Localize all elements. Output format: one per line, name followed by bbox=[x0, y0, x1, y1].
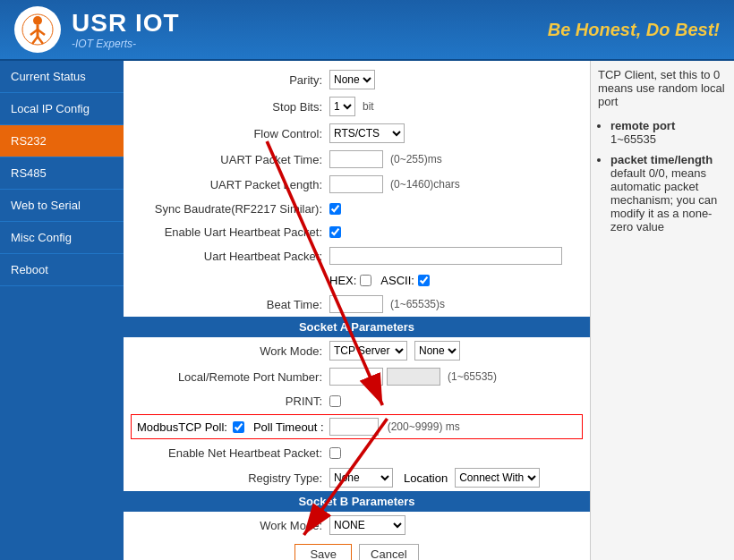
parity-select[interactable]: None Odd Even bbox=[329, 70, 375, 89]
enable-net-hb-label: Enable Net Heartbeat Packet: bbox=[124, 446, 329, 460]
sync-baud-label: Sync Baudrate(RF2217 Similar): bbox=[124, 202, 329, 216]
svg-line-4 bbox=[32, 37, 38, 44]
uart-packet-length-input[interactable]: 0 bbox=[329, 175, 383, 193]
print-checkbox[interactable] bbox=[329, 395, 341, 407]
header-title: USR IOT -IOT Experts- bbox=[72, 9, 180, 50]
sidebar-item-web-to-serial[interactable]: Web to Serial bbox=[0, 190, 124, 222]
main-content: Parity: None Odd Even Stop Bits: 1 2 bbox=[124, 61, 591, 560]
uart-packet-time-input[interactable]: 0 bbox=[329, 150, 383, 168]
parity-control: None Odd Even bbox=[329, 70, 375, 89]
hex-ascii-control: HEX: ASCII: bbox=[329, 274, 430, 287]
main-layout: Current Status Local IP Config RS232 RS4… bbox=[0, 61, 734, 560]
work-mode-select[interactable]: TCP Server TCP Client UDP Server UDP Cli… bbox=[329, 341, 407, 361]
uart-packet-length-control: 0 (0~1460)chars bbox=[329, 175, 460, 193]
sidebar-item-rs485[interactable]: RS485 bbox=[0, 157, 124, 190]
logo-icon bbox=[21, 13, 54, 46]
print-control bbox=[329, 395, 341, 407]
header: USR IOT -IOT Experts- Be Honest, Do Best… bbox=[0, 0, 734, 61]
flowcontrol-select[interactable]: RTS/CTS None XON/XOFF bbox=[329, 123, 405, 143]
hex-ascii-row: HEX: ASCII: bbox=[124, 268, 590, 292]
modbus-tcp-poll-row: ModbusTCP Poll: Poll Timeout : 200 (200~… bbox=[131, 414, 583, 439]
uart-hb-control: www.usr.cn bbox=[329, 247, 562, 265]
flowcontrol-control: RTS/CTS None XON/XOFF bbox=[329, 123, 405, 143]
uart-hb-input[interactable]: www.usr.cn bbox=[329, 247, 562, 265]
port-number-input[interactable]: 23 bbox=[329, 368, 383, 386]
beat-time-row: Beat Time: 30 (1~65535)s bbox=[124, 292, 590, 317]
sidebar-item-rs232[interactable]: RS232 bbox=[0, 125, 124, 157]
enable-uart-hb-row: Enable Uart Heartbeat Packet: bbox=[124, 220, 590, 243]
help-item-packet: packet time/lengthdefault 0/0, means aut… bbox=[610, 153, 727, 233]
modbus-tcp-poll-label: ModbusTCP Poll: bbox=[137, 420, 227, 434]
uart-packet-time-control: 0 (0~255)ms bbox=[329, 150, 442, 168]
sidebar-item-reboot[interactable]: Reboot bbox=[0, 254, 124, 286]
location-select[interactable]: Connect With Always bbox=[455, 468, 540, 488]
uart-packet-time-label: UART Packet Time: bbox=[124, 153, 329, 166]
work-mode-select2[interactable]: None SSL bbox=[414, 341, 460, 361]
content-container: Parity: None Odd Even Stop Bits: 1 2 bbox=[124, 61, 734, 560]
poll-timeout-hint: (200~9999) ms bbox=[388, 420, 460, 433]
uart-packet-time-row: UART Packet Time: 0 (0~255)ms bbox=[124, 147, 590, 172]
save-button[interactable]: Save bbox=[294, 544, 352, 560]
ascii-label: ASCII: bbox=[380, 274, 414, 287]
enable-net-hb-row: Enable Net Heartbeat Packet: bbox=[124, 441, 590, 464]
enable-uart-hb-control bbox=[329, 226, 341, 238]
stopbits-control: 1 2 bit bbox=[329, 97, 374, 116]
print-row: PRINT: bbox=[124, 389, 590, 412]
registry-type-control: None Standard Location Connect With Alwa… bbox=[329, 468, 540, 488]
enable-net-hb-checkbox[interactable] bbox=[329, 447, 341, 459]
work-mode-label: Work Mode: bbox=[124, 344, 329, 358]
cancel-button[interactable]: Cancel bbox=[359, 544, 418, 560]
beat-time-input[interactable]: 30 bbox=[329, 295, 383, 313]
flowcontrol-row: Flow Control: RTS/CTS None XON/XOFF bbox=[124, 120, 590, 147]
stopbits-label: Stop Bits: bbox=[124, 100, 329, 114]
sidebar-item-misc-config[interactable]: Misc Config bbox=[0, 222, 124, 254]
app-subtitle: -IOT Experts- bbox=[72, 38, 180, 50]
sync-baud-control bbox=[329, 203, 341, 215]
uart-packet-length-hint: (0~1460)chars bbox=[390, 178, 460, 191]
help-list: remote port1~65535 packet time/lengthdef… bbox=[598, 119, 727, 233]
uart-packet-length-label: UART Packet Length: bbox=[124, 178, 329, 191]
port-number-placeholder-input[interactable]: 23 bbox=[387, 368, 440, 386]
socket-b-work-mode-select[interactable]: NONE TCP Server TCP Client bbox=[329, 515, 405, 535]
sync-baud-checkbox[interactable] bbox=[329, 203, 341, 215]
uart-packet-length-row: UART Packet Length: 0 (0~1460)chars bbox=[124, 172, 590, 197]
hex-checkbox[interactable] bbox=[360, 275, 371, 286]
sidebar-item-local-ip-config[interactable]: Local IP Config bbox=[0, 93, 124, 125]
parity-label: Parity: bbox=[124, 73, 329, 87]
registry-type-label: Registry Type: bbox=[124, 471, 329, 485]
help-panel: TCP Client, set this to 0 means use rand… bbox=[591, 61, 734, 560]
work-mode-row: Work Mode: TCP Server TCP Client UDP Ser… bbox=[124, 337, 590, 364]
stopbits-select[interactable]: 1 2 bbox=[329, 97, 355, 116]
port-number-label: Local/Remote Port Number: bbox=[124, 370, 329, 384]
uart-hb-label: Uart Heartbeat Packet: bbox=[124, 250, 329, 263]
help-item-remote-port: remote port1~65535 bbox=[610, 119, 727, 146]
port-number-control: 23 23 (1~65535) bbox=[329, 368, 497, 386]
beat-time-hint: (1~65535)s bbox=[390, 298, 445, 310]
modbus-tcp-poll-checkbox[interactable] bbox=[233, 421, 244, 433]
stopbits-row: Stop Bits: 1 2 bit bbox=[124, 93, 590, 120]
parity-row: Parity: None Odd Even bbox=[124, 66, 590, 93]
location-label: Location bbox=[404, 471, 448, 485]
sidebar: Current Status Local IP Config RS232 RS4… bbox=[0, 61, 124, 560]
socket-a-header: Socket A Parameters bbox=[124, 317, 590, 337]
port-number-row: Local/Remote Port Number: 23 23 (1~65535… bbox=[124, 364, 590, 389]
sidebar-item-current-status[interactable]: Current Status bbox=[0, 61, 124, 93]
stopbits-unit: bit bbox=[363, 100, 374, 113]
uart-hb-row: Uart Heartbeat Packet: www.usr.cn bbox=[124, 243, 590, 268]
flowcontrol-label: Flow Control: bbox=[124, 127, 329, 140]
uart-packet-time-hint: (0~255)ms bbox=[390, 153, 442, 165]
svg-line-5 bbox=[38, 37, 43, 44]
registry-type-row: Registry Type: None Standard Location Co… bbox=[124, 464, 590, 491]
work-mode-control: TCP Server TCP Client UDP Server UDP Cli… bbox=[329, 341, 460, 361]
socket-b-work-mode-row: Work Mode: NONE TCP Server TCP Client bbox=[124, 512, 590, 539]
registry-type-select[interactable]: None Standard bbox=[329, 468, 393, 488]
print-label: PRINT: bbox=[124, 395, 329, 408]
enable-net-hb-control bbox=[329, 447, 341, 459]
enable-uart-hb-checkbox[interactable] bbox=[329, 226, 341, 238]
ascii-checkbox[interactable] bbox=[418, 275, 430, 286]
form-actions: Save Cancel bbox=[124, 539, 590, 560]
enable-uart-hb-label: Enable Uart Heartbeat Packet: bbox=[124, 225, 329, 239]
poll-timeout-input[interactable]: 200 bbox=[329, 418, 379, 436]
port-number-hint: (1~65535) bbox=[448, 370, 497, 383]
beat-time-control: 30 (1~65535)s bbox=[329, 295, 445, 313]
